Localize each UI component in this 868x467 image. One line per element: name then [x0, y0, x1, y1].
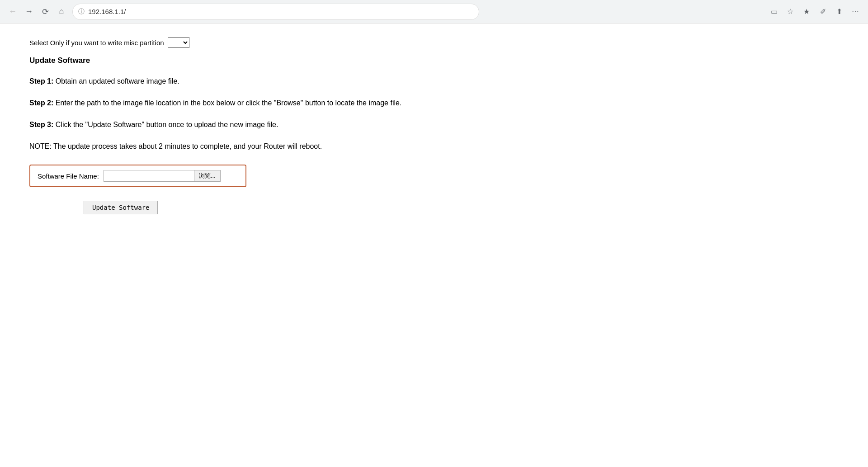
address-bar-container: ⓘ — [72, 4, 479, 20]
home-button[interactable]: ⌂ — [54, 5, 69, 19]
step1-label: Step 1: — [29, 77, 53, 85]
address-bar-input[interactable] — [88, 8, 473, 15]
favorites-button[interactable]: ☆ — [783, 5, 797, 19]
file-input-wrapper: 浏览... — [104, 170, 221, 182]
toolbar-right: ▭ ☆ ★ ✐ ⬆ ⋯ — [767, 5, 863, 19]
update-software-button[interactable]: Update Software — [84, 201, 158, 214]
note-text: NOTE: The update process takes about 2 m… — [29, 142, 322, 150]
browser-toolbar: ← → ⟳ ⌂ ⓘ ▭ ☆ ★ ✐ ⬆ ⋯ — [0, 0, 868, 24]
collections-button[interactable]: ★ — [799, 5, 814, 19]
step1-row: Step 1: Obtain an updated software image… — [29, 76, 839, 87]
misc-partition-label: Select Only if you want to write misc pa… — [29, 39, 164, 47]
tab-button[interactable]: ▭ — [767, 5, 781, 19]
file-label: Software File Name: — [38, 172, 99, 180]
forward-button[interactable]: → — [22, 5, 36, 19]
back-button[interactable]: ← — [5, 5, 20, 19]
section-title: Update Software — [29, 56, 839, 65]
more-button[interactable]: ⋯ — [848, 5, 863, 19]
misc-partition-select[interactable] — [168, 37, 189, 48]
step3-row: Step 3: Click the "Update Software" butt… — [29, 119, 839, 130]
step3-text: Click the "Update Software" button once … — [53, 121, 278, 128]
share-button[interactable]: ⬆ — [832, 5, 846, 19]
sign-button[interactable]: ✐ — [816, 5, 830, 19]
nav-buttons: ← → ⟳ ⌂ — [5, 5, 69, 19]
page-content: Select Only if you want to write misc pa… — [0, 24, 868, 228]
refresh-button[interactable]: ⟳ — [38, 5, 52, 19]
address-info-icon: ⓘ — [78, 8, 85, 16]
step1-text: Obtain an updated software image file. — [53, 77, 179, 85]
file-input-box: Software File Name: 浏览... — [29, 165, 246, 187]
note-row: NOTE: The update process takes about 2 m… — [29, 141, 839, 152]
step2-text: Enter the path to the image file locatio… — [53, 99, 401, 107]
file-text-input[interactable] — [104, 170, 194, 182]
update-btn-row: Update Software — [84, 201, 839, 214]
step2-row: Step 2: Enter the path to the image file… — [29, 98, 839, 108]
browse-button[interactable]: 浏览... — [194, 170, 221, 182]
misc-partition-row: Select Only if you want to write misc pa… — [29, 37, 839, 48]
step3-label: Step 3: — [29, 121, 53, 128]
step2-label: Step 2: — [29, 99, 53, 107]
